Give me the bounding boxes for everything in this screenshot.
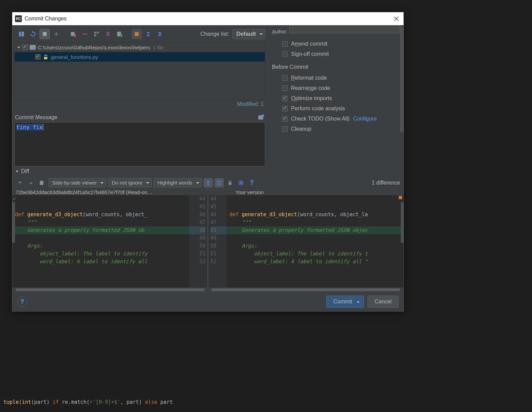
file-count: 1 file bbox=[153, 45, 164, 50]
dialog-title: Commit Changes bbox=[25, 16, 67, 22]
diff-section-header[interactable]: Diff :::: bbox=[12, 167, 404, 176]
svg-rect-17 bbox=[217, 181, 219, 185]
message-history-icon[interactable] bbox=[258, 114, 264, 121]
todo-checkbox[interactable] bbox=[282, 116, 288, 122]
new-changelist-icon[interactable] bbox=[115, 29, 125, 39]
commit-message-textarea[interactable]: tiny fix bbox=[14, 122, 265, 167]
collapse-all-icon[interactable] bbox=[143, 29, 153, 39]
svg-point-5 bbox=[73, 34, 76, 37]
diff-right-pane[interactable]: def generate_d3_object(word_counts, obje… bbox=[227, 195, 404, 287]
diff-title: Diff bbox=[21, 168, 29, 174]
svg-rect-7 bbox=[94, 32, 96, 34]
commit-message-text: tiny fix bbox=[16, 124, 43, 130]
edit-source-icon[interactable] bbox=[37, 178, 46, 187]
folder-checkbox[interactable] bbox=[22, 45, 28, 50]
diff-horizontal-scrollbars[interactable] bbox=[12, 287, 404, 292]
commit-button[interactable]: Commit bbox=[326, 296, 364, 308]
diff-left-scrollbar[interactable] bbox=[12, 202, 15, 243]
changes-toolbar: ? Change list: Default bbox=[14, 27, 267, 41]
ignore-mode-dropdown[interactable]: Do not ignore bbox=[108, 178, 152, 187]
folder-icon bbox=[30, 45, 36, 50]
group-icon[interactable] bbox=[91, 29, 102, 39]
close-button[interactable] bbox=[393, 15, 400, 22]
svg-rect-6 bbox=[82, 34, 87, 34]
optimize-checkbox[interactable] bbox=[282, 96, 288, 101]
viewer-mode-dropdown[interactable]: Side-by-side viewer bbox=[48, 178, 106, 187]
revert-icon[interactable]: ? bbox=[40, 29, 50, 39]
diff-right-header: Your version bbox=[235, 189, 400, 195]
amend-checkbox[interactable] bbox=[282, 41, 288, 47]
move-to-changelist-icon[interactable] bbox=[68, 29, 78, 39]
changes-tree[interactable]: C:\Users\zcsxo\GithubRepos\Lexos\lexos\h… bbox=[14, 42, 265, 100]
svg-rect-1 bbox=[22, 32, 24, 36]
svg-point-15 bbox=[261, 114, 264, 117]
collapse-icon[interactable] bbox=[155, 29, 165, 39]
python-file-icon bbox=[43, 54, 49, 60]
options-scrollbar[interactable] bbox=[400, 27, 404, 132]
cleanup-label: Cleanup bbox=[291, 126, 311, 132]
diff-change-marker bbox=[399, 196, 402, 199]
cleanup-checkbox[interactable] bbox=[282, 126, 288, 132]
svg-rect-8 bbox=[97, 32, 99, 34]
file-name: general_functions.py bbox=[51, 54, 98, 60]
svg-rect-18 bbox=[219, 181, 221, 185]
file-checkbox[interactable] bbox=[35, 54, 41, 60]
svg-point-11 bbox=[120, 34, 122, 37]
svg-rect-12 bbox=[135, 32, 139, 36]
dialog-button-bar: ? Commit Cancel bbox=[12, 292, 404, 311]
commit-message-label: Commit Message bbox=[14, 112, 267, 122]
changelist-label: Change list: bbox=[200, 31, 229, 37]
diff-count: 1 difference bbox=[372, 180, 400, 186]
analysis-label: Perform code analysis bbox=[291, 106, 345, 112]
diff-splitter-grip[interactable]: :::: bbox=[212, 170, 218, 173]
reformat-checkbox[interactable] bbox=[282, 75, 288, 81]
add-icon[interactable] bbox=[51, 29, 61, 39]
lock-icon[interactable] bbox=[226, 178, 234, 187]
diff-gutter-left: 44 45 46 47 48 49 50 51 52 bbox=[189, 195, 208, 287]
help-icon[interactable]: ? bbox=[247, 178, 256, 187]
reformat-label: Reformat code bbox=[291, 75, 327, 81]
signoff-label: Sign-off commit bbox=[291, 51, 329, 57]
background-codeline: tuple(int(part) if re.match(r'[0-9]+$', … bbox=[3, 399, 173, 405]
tree-folder-row[interactable]: C:\Users\zcsxo\GithubRepos\Lexos\lexos\h… bbox=[15, 43, 265, 52]
todo-label: Check TODO (Show All) bbox=[291, 116, 350, 122]
next-diff-icon[interactable] bbox=[27, 178, 35, 187]
cancel-button[interactable]: Cancel bbox=[367, 296, 399, 308]
settings-gear-icon[interactable] bbox=[237, 178, 245, 187]
svg-rect-0 bbox=[19, 32, 21, 36]
svg-text:?: ? bbox=[44, 32, 46, 36]
show-diff-icon[interactable] bbox=[16, 29, 27, 39]
sync-scroll-icon[interactable] bbox=[215, 178, 224, 187]
configure-link[interactable]: Configure bbox=[353, 116, 377, 122]
expand-all-icon[interactable] bbox=[132, 29, 142, 39]
diff-ok-icon: ✔ bbox=[13, 196, 16, 201]
tree-file-row[interactable]: general_functions.py bbox=[15, 52, 265, 62]
delete-icon[interactable] bbox=[80, 29, 90, 39]
splitter-grip[interactable]: :::: bbox=[14, 109, 267, 112]
author-input[interactable] bbox=[289, 25, 400, 33]
diff-toolbar: Side-by-side viewer Do not ignore Highli… bbox=[12, 176, 404, 189]
optimize-label: Optimize imports bbox=[291, 95, 332, 101]
dialog-titlebar: PC Commit Changes bbox=[12, 12, 404, 25]
options-panel: Author: Amend commit Sign-off commit Bef… bbox=[267, 25, 404, 167]
rearrange-checkbox[interactable] bbox=[282, 85, 288, 91]
diff-view[interactable]: ✔ def generate_d3_object(word_counts, ob… bbox=[12, 195, 404, 287]
refresh-icon[interactable] bbox=[28, 29, 38, 39]
rollback-icon[interactable] bbox=[103, 29, 113, 39]
highlight-mode-dropdown[interactable]: Highlight words bbox=[154, 178, 202, 187]
diff-left-header: 72be3642ddac63d9a8db24f1a5c27b4657e7f70f… bbox=[16, 189, 198, 195]
prev-diff-icon[interactable] bbox=[16, 178, 25, 187]
diff-left-pane[interactable]: ✔ def generate_d3_object(word_counts, ob… bbox=[12, 195, 189, 287]
svg-point-20 bbox=[240, 182, 242, 184]
changelist-dropdown[interactable]: Default bbox=[232, 29, 265, 39]
help-button[interactable]: ? bbox=[17, 297, 27, 307]
analysis-checkbox[interactable] bbox=[282, 106, 288, 111]
rearrange-label: Rearrange code bbox=[291, 85, 330, 91]
signoff-checkbox[interactable] bbox=[282, 51, 288, 57]
diff-right-scrollbar[interactable] bbox=[401, 202, 404, 243]
chevron-down-icon bbox=[15, 169, 19, 173]
folder-path: C:\Users\zcsxo\GithubRepos\Lexos\lexos\h… bbox=[38, 45, 150, 50]
collapse-unchanged-icon[interactable] bbox=[204, 178, 213, 187]
svg-rect-13 bbox=[158, 34, 162, 34]
pycharm-icon: PC bbox=[15, 15, 22, 22]
